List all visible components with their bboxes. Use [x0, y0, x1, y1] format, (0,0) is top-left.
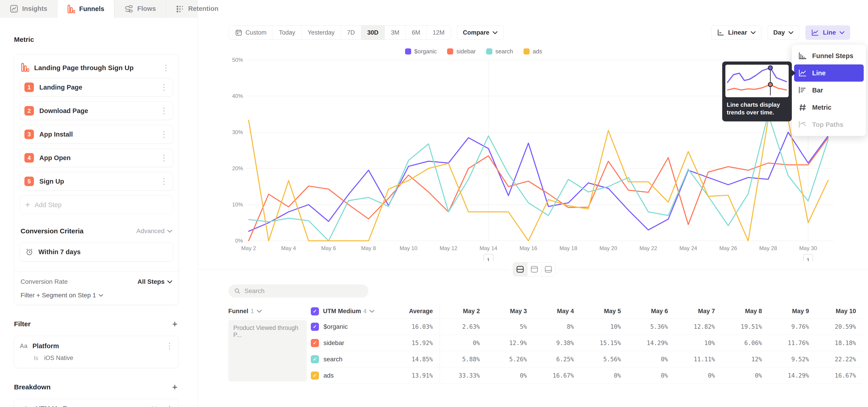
- range-label: Custom: [246, 29, 267, 36]
- range-custom[interactable]: Custom: [229, 26, 273, 39]
- calendar-icon: [235, 29, 242, 36]
- step-label: App Install: [39, 131, 153, 138]
- search-icon: [234, 288, 241, 294]
- date-column-header: May 6: [628, 304, 675, 319]
- step-kebab-icon[interactable]: ⋮: [158, 130, 170, 138]
- row-checkbox[interactable]: ✓: [311, 339, 319, 347]
- cell-value: 9.38%: [534, 335, 581, 351]
- metric-kebab-icon[interactable]: ⋮: [160, 64, 172, 72]
- legend-item-ads[interactable]: ads: [524, 48, 542, 55]
- range-label: 30D: [367, 29, 379, 36]
- legend-item-organic[interactable]: $organic: [405, 48, 437, 55]
- step-kebab-icon[interactable]: ⋮: [158, 177, 170, 185]
- add-breakdown-button[interactable]: +: [171, 383, 179, 392]
- range-label: 12M: [433, 29, 445, 36]
- date-column-header: May 3: [487, 304, 534, 319]
- funnel-header-label: Funnel: [228, 308, 248, 315]
- funnel-step-4[interactable]: 4App Open⋮: [20, 149, 173, 167]
- chart-controls: Linear Day Line: [711, 25, 850, 40]
- step-kebab-icon[interactable]: ⋮: [158, 83, 170, 91]
- plus-icon: +: [25, 200, 30, 210]
- range-yesterday[interactable]: Yesterday: [301, 26, 341, 39]
- step-number-badge: 5: [24, 177, 34, 186]
- cell-value: 6.06%: [722, 335, 769, 351]
- range-3m[interactable]: 3M: [384, 26, 405, 39]
- metric-name: Landing Page through Sign Up: [34, 64, 155, 72]
- select-all-checkbox[interactable]: ✓: [311, 307, 319, 315]
- funnel-column-header[interactable]: Funnel1: [228, 304, 311, 319]
- chart-type-dropdown[interactable]: Line: [805, 25, 850, 40]
- breakdown-card-utm-medium[interactable]: ≡ Aa UTM Medium ✕ ⋮: [14, 399, 179, 407]
- funnel-step-1[interactable]: 1Landing Page⋮: [20, 78, 173, 97]
- date-column-header: May 9: [769, 304, 816, 319]
- step-kebab-icon[interactable]: ⋮: [158, 107, 170, 115]
- svg-text:1: 1: [807, 257, 810, 261]
- filter-card-platform[interactable]: Aa Platform ⋮ Is iOS Native: [14, 336, 179, 368]
- breakdown-column-header[interactable]: ✓UTM Medium4: [311, 304, 379, 319]
- tab-retention[interactable]: Retention: [166, 0, 228, 18]
- range-30d[interactable]: 30D: [361, 26, 385, 39]
- row-checkbox[interactable]: ✓: [311, 372, 319, 380]
- table-only-view-button[interactable]: [541, 262, 555, 276]
- string-property-icon: Aa: [24, 405, 32, 407]
- row-checkbox[interactable]: ✓: [311, 323, 319, 331]
- compare-button[interactable]: Compare: [457, 25, 504, 40]
- advanced-dropdown[interactable]: Advanced: [136, 227, 172, 235]
- breakdown-kebab-icon[interactable]: ⋮: [164, 405, 176, 407]
- legend-item-search[interactable]: search: [486, 48, 513, 55]
- funnel-step-3[interactable]: 3App Install⋮: [20, 125, 173, 144]
- range-12m[interactable]: 12M: [426, 26, 451, 39]
- top-panel-view-icon: [530, 266, 538, 273]
- granularity-dropdown[interactable]: Day: [768, 25, 799, 40]
- report-tabbar: InsightsFunnelsFlowsRetention: [0, 0, 198, 18]
- tab-label: Funnels: [79, 5, 104, 13]
- tab-funnels[interactable]: Funnels: [57, 0, 114, 18]
- menu-item-line[interactable]: Line: [794, 64, 864, 82]
- row-label: sidebar: [323, 339, 344, 347]
- filter-kebab-icon[interactable]: ⋮: [164, 342, 176, 350]
- split-view-button[interactable]: [513, 262, 527, 276]
- add-step-button[interactable]: + Add Step: [20, 196, 173, 214]
- cell-value: 5.36%: [628, 319, 675, 335]
- funnel-step-5[interactable]: 5Sign Up⋮: [20, 172, 173, 191]
- date-header-label: May 2: [463, 308, 480, 315]
- tab-insights[interactable]: Insights: [0, 0, 57, 18]
- svg-text:20%: 20%: [232, 165, 243, 171]
- scale-dropdown[interactable]: Linear: [711, 25, 761, 40]
- svg-text:May 16: May 16: [520, 245, 537, 251]
- cell-value: 5%: [487, 319, 534, 335]
- cell-value: 10%: [675, 335, 722, 351]
- funnel-steps-list: 1Landing Page⋮2Download Page⋮3App Instal…: [20, 78, 173, 191]
- cell-value: 16.67%: [534, 368, 581, 384]
- conversion-window-button[interactable]: Within 7 days: [20, 242, 173, 261]
- range-6m[interactable]: 6M: [405, 26, 427, 39]
- date-column-header: May 7: [675, 304, 722, 319]
- range-label: Today: [279, 29, 295, 36]
- menu-item-funnel-steps[interactable]: Funnel Steps: [794, 47, 864, 64]
- add-filter-button[interactable]: +: [171, 319, 179, 328]
- tab-flows[interactable]: Flows: [114, 0, 166, 18]
- remove-breakdown-icon[interactable]: ✕: [149, 404, 160, 407]
- svg-text:1: 1: [487, 257, 490, 261]
- menu-item-metric[interactable]: Metric: [794, 99, 864, 116]
- filter-segment-dropdown[interactable]: Filter + Segment on Step 1: [21, 292, 172, 299]
- chart-only-view-button[interactable]: [527, 262, 541, 276]
- step-label: Landing Page: [39, 84, 153, 91]
- step-number-badge: 2: [24, 106, 34, 116]
- breakdown-property-name: UTM Medium: [36, 405, 145, 407]
- range-7d[interactable]: 7D: [341, 26, 361, 39]
- cell-value: 0%: [628, 368, 675, 384]
- funnel-step-2[interactable]: 2Download Page⋮: [20, 101, 173, 120]
- average-value: 14.85%: [379, 351, 440, 368]
- all-steps-dropdown[interactable]: All Steps: [137, 278, 172, 285]
- funnel-step-cell[interactable]: Product Viewed through P...: [228, 320, 307, 381]
- menu-item-bar[interactable]: Bar: [794, 82, 864, 99]
- range-today[interactable]: Today: [273, 26, 301, 39]
- cell-value: 9.52%: [769, 351, 816, 368]
- legend-item-sidebar[interactable]: sidebar: [447, 48, 475, 55]
- step-kebab-icon[interactable]: ⋮: [158, 154, 170, 162]
- row-checkbox[interactable]: ✓: [311, 355, 319, 363]
- step-cell-label: Product Viewed through P...: [233, 324, 298, 338]
- search-input[interactable]: [245, 287, 363, 294]
- metric-title-row[interactable]: Landing Page through Sign Up ⋮: [20, 61, 173, 73]
